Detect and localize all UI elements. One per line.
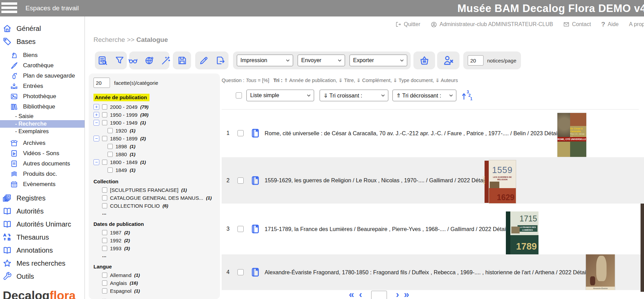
facet-label[interactable]: 1993	[110, 245, 121, 251]
sidebar-item-archives[interactable]: Archives	[0, 138, 85, 148]
sidebar-item-entrees[interactable]: Entrées	[0, 81, 85, 91]
magic-wand-button[interactable]	[161, 56, 171, 65]
sidebar-item-annotations[interactable]: Annotations	[0, 244, 85, 257]
facet-checkbox[interactable]	[102, 112, 107, 117]
facet-checkbox[interactable]	[102, 280, 107, 286]
envoyer-select[interactable]: Envoyer	[298, 55, 345, 66]
sidebar-item-registres[interactable]: Registres	[0, 192, 85, 205]
facet-expand-button[interactable]: +	[93, 104, 99, 110]
edit-button[interactable]	[199, 56, 209, 65]
sidebar-item-carotheque[interactable]: Carothèque	[0, 60, 85, 71]
user-account-link[interactable]: Administrateur-club ADMINISTRATEUR-CLUB	[431, 21, 553, 28]
facet-checkbox[interactable]	[102, 120, 107, 125]
facet-label[interactable]: 1800 - 1849	[110, 159, 137, 165]
facet-checkbox[interactable]	[102, 238, 107, 243]
sidebar-item-general[interactable]: Général	[0, 22, 85, 35]
facet-checkbox[interactable]	[102, 195, 107, 200]
sort-numeric-descending-button[interactable]: 3 2 1	[461, 90, 473, 101]
result-title-link[interactable]: 1559-1629, les guerres de Religion / Le …	[265, 177, 490, 184]
facet-label[interactable]: Anglais	[110, 280, 127, 286]
sort-ascending-select[interactable]: ⇓ Tri croissant :	[320, 90, 388, 101]
sort-descending-select[interactable]: ⇑ Tri décroissant :	[392, 90, 456, 101]
facet-more-link[interactable]: ...	[93, 210, 220, 217]
book-record-icon[interactable]	[251, 267, 260, 277]
result-checkbox[interactable]	[237, 226, 244, 232]
list-search-button[interactable]	[98, 55, 108, 66]
sidebar-item-autorites[interactable]: Autorités	[0, 205, 85, 218]
facet-label[interactable]: 1920	[115, 128, 127, 134]
export-record-button[interactable]	[215, 56, 225, 65]
sidebar-item-autorites-unimarc[interactable]: Autorités Unimarc	[0, 218, 85, 231]
result-checkbox[interactable]	[237, 130, 244, 136]
sidebar-item-thesaurus[interactable]: Thesaurus	[0, 231, 85, 244]
breadcrumb-parent[interactable]: Recherche	[93, 36, 125, 43]
facet-checkbox[interactable]	[102, 246, 107, 251]
facet-expand-button[interactable]: +	[93, 112, 99, 118]
result-title-link[interactable]: 1715-1789, la France des Lumières / Beau…	[265, 226, 512, 232]
page-number-input[interactable]	[371, 291, 387, 299]
view-mode-select[interactable]: Liste simple	[246, 90, 314, 101]
select-all-checkbox[interactable]	[236, 92, 242, 99]
result-checkbox[interactable]	[237, 269, 244, 275]
facet-label[interactable]: 1849	[115, 167, 127, 173]
result-checkbox[interactable]	[237, 177, 244, 184]
sidebar-item-bases[interactable]: Bases	[0, 35, 85, 48]
remove-user-button[interactable]	[443, 55, 454, 66]
facet-label[interactable]: COLLECTION FOLIO	[110, 203, 160, 209]
sidebar-item-autres-documents[interactable]: Autres documents	[0, 159, 85, 169]
sidebar-item-outils[interactable]: Outils	[0, 270, 85, 283]
notices-per-page-input[interactable]	[468, 55, 484, 66]
facet-collapse-button[interactable]: −	[93, 136, 99, 141]
facet-checkbox[interactable]	[102, 104, 107, 110]
facet-checkbox[interactable]	[102, 160, 107, 165]
web-button[interactable]	[145, 56, 154, 65]
about-link[interactable]: A propos	[629, 21, 644, 27]
facet-checkbox[interactable]	[102, 136, 107, 141]
facet-checkbox[interactable]	[102, 230, 107, 235]
facet-checkbox[interactable]	[108, 128, 113, 133]
book-cover-thumbnail[interactable]: De César à Caracalla70 av. J.-C. - 212 a…	[557, 113, 586, 157]
facet-label[interactable]: [SCULPTURES FRANCAISE]	[110, 187, 178, 193]
contact-link[interactable]: Contact	[563, 21, 591, 27]
facet-label[interactable]: 1987	[110, 230, 121, 235]
facets-per-category-input[interactable]	[93, 78, 110, 88]
sidebar-item-mes-recherches[interactable]: Mes recherches	[0, 257, 85, 270]
sidebar-item-videos-sons[interactable]: Vidéos - Sons	[0, 148, 85, 159]
book-record-icon[interactable]	[251, 224, 260, 234]
hamburger-menu-icon[interactable]	[1, 2, 17, 15]
facet-checkbox[interactable]	[102, 273, 107, 278]
facet-label[interactable]: 1880	[115, 151, 127, 157]
first-page-button[interactable]: «	[349, 290, 354, 299]
previous-page-button[interactable]: ‹	[359, 290, 362, 299]
next-page-button[interactable]: ›	[396, 290, 399, 299]
facet-label[interactable]: 1900 - 1949	[110, 120, 137, 126]
facet-label[interactable]: Allemand	[110, 272, 132, 278]
facet-collapse-button[interactable]: −	[93, 120, 99, 126]
facet-checkbox[interactable]	[108, 168, 113, 173]
book-cover-thumbnail[interactable]: 1715 LA FRANCE DES LUMIÈRES 1789	[506, 211, 538, 255]
facet-checkbox[interactable]	[102, 203, 107, 208]
sidebar-item-plan-de-sauvegarde[interactable]: Plan de sauvegarde	[0, 71, 85, 81]
facet-label[interactable]: 2000 - 2049	[110, 104, 137, 110]
scrollbar-thumb[interactable]	[641, 204, 644, 292]
sidebar-item-exemplaires[interactable]: - Exemplaires	[0, 128, 85, 135]
sidebar-item-bibliotheque[interactable]: Bibliothèque	[0, 102, 85, 112]
basket-button[interactable]	[419, 55, 430, 66]
help-link[interactable]: ? Aide	[601, 21, 619, 28]
sidebar-item-biens[interactable]: Biens	[0, 50, 85, 60]
facet-label[interactable]: 1992	[110, 238, 121, 243]
quit-link[interactable]: Quitter	[395, 21, 420, 27]
facet-more-link[interactable]: ...	[93, 252, 220, 259]
book-record-icon[interactable]	[251, 128, 260, 138]
book-cover-thumbnail[interactable]: 1629 1559 LES GUERRES DE RELIGION 1629	[485, 160, 516, 204]
sidebar-item-phototheque[interactable]: Photothèque	[0, 91, 85, 102]
preview-button[interactable]	[128, 56, 138, 65]
facet-checkbox[interactable]	[108, 144, 113, 149]
save-button[interactable]	[177, 56, 187, 65]
facet-label[interactable]: 1850 - 1899	[110, 136, 137, 141]
result-title-link[interactable]: Alexandre-Évariste Fragonard, 1780-1850 …	[265, 269, 592, 276]
sidebar-item-produits-doc[interactable]: Produits doc.	[0, 169, 85, 179]
filter-button[interactable]	[115, 56, 124, 65]
facet-more-link[interactable]: ...	[93, 295, 220, 299]
sidebar-item-evenements[interactable]: Evènements	[0, 179, 85, 189]
